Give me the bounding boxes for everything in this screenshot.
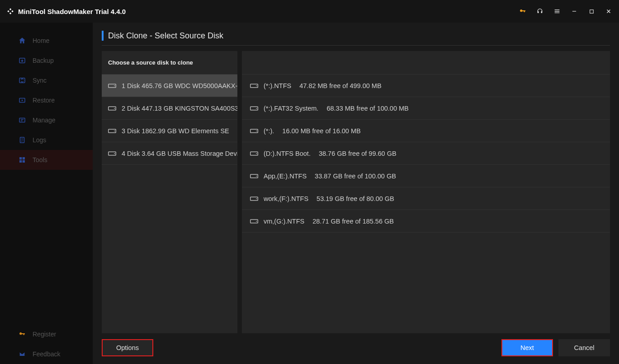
svg-point-29: [256, 176, 257, 177]
svg-rect-1: [590, 9, 593, 13]
partition-list: (*:).NTFS 47.82 MB free of 499.00 MB (*:…: [242, 75, 610, 333]
partition-label: (*:).: [264, 127, 274, 135]
partition-panel-header: [242, 51, 610, 75]
drive-icon: [250, 83, 258, 89]
partition-row: vm,(G:).NTFS 28.71 GB free of 185.56 GB: [242, 210, 610, 233]
sidebar-item-manage[interactable]: Manage: [0, 110, 93, 130]
svg-rect-0: [572, 11, 576, 11]
menu-icon[interactable]: [549, 4, 565, 19]
cancel-button[interactable]: Cancel: [558, 339, 610, 356]
sidebar-spacer: [0, 170, 93, 324]
sync-icon: [18, 76, 26, 84]
partition-row: (*:). 16.00 MB free of 16.00 MB: [242, 120, 610, 142]
disk-row[interactable]: 2 Disk 447.13 GB KINGSTON SA400S37: [102, 97, 237, 120]
partition-row: App,(E:).NTFS 33.87 GB free of 100.00 GB: [242, 165, 610, 187]
close-icon[interactable]: [601, 4, 616, 19]
options-button[interactable]: Options: [102, 339, 153, 356]
partition-free: 47.82 MB free of 499.00 MB: [299, 82, 381, 89]
partition-label: App,(E:).NTFS: [264, 173, 307, 180]
sidebar-item-label: Tools: [33, 156, 47, 163]
drive-icon: [108, 83, 116, 89]
key-icon[interactable]: [515, 4, 530, 19]
titlebar: MiniTool ShadowMaker Trial 4.4.0: [0, 0, 619, 23]
page-header: Disk Clone - Select Source Disk: [102, 31, 610, 46]
sidebar-item-register[interactable]: Register: [0, 324, 93, 344]
titlebar-right: [515, 4, 616, 19]
partition-row: (D:).NTFS Boot. 38.76 GB free of 99.60 G…: [242, 142, 610, 165]
drive-icon: [250, 173, 258, 179]
minimize-icon[interactable]: [567, 4, 582, 19]
sidebar-item-label: Backup: [33, 57, 54, 64]
partition-free: 68.33 MB free of 100.00 MB: [326, 105, 408, 112]
sidebar-item-label: Home: [33, 37, 49, 44]
manage-icon: [18, 116, 26, 124]
partition-row: (*:).FAT32 System. 68.33 MB free of 100.…: [242, 97, 610, 120]
next-button[interactable]: Next: [501, 339, 553, 356]
body: Home Backup Sync Restore Manage Logs: [0, 23, 619, 364]
app-logo-icon: [6, 7, 14, 15]
sidebar-item-label: Manage: [33, 117, 56, 124]
sidebar-item-backup[interactable]: Backup: [0, 51, 93, 70]
partition-row: work,(F:).NTFS 53.19 GB free of 80.00 GB: [242, 187, 610, 210]
source-disk-panel: Choose a source disk to clone 1 Disk 465…: [102, 51, 237, 333]
maximize-icon[interactable]: [584, 4, 599, 19]
logs-icon: [18, 136, 26, 144]
sidebar-item-home[interactable]: Home: [0, 31, 93, 51]
partition-panel: (*:).NTFS 47.82 MB free of 499.00 MB (*:…: [242, 51, 610, 333]
sidebar-item-label: Restore: [33, 97, 55, 104]
partition-label: work,(F:).NTFS: [264, 195, 308, 202]
partition-free: 33.87 GB free of 100.00 GB: [315, 173, 396, 180]
panels: Choose a source disk to clone 1 Disk 465…: [102, 51, 610, 333]
svg-rect-9: [23, 157, 25, 159]
svg-point-13: [114, 85, 115, 86]
disk-list: 1 Disk 465.76 GB WDC WD5000AAKX- 2 Disk …: [102, 75, 237, 333]
partition-label: (D:).NTFS Boot.: [264, 150, 311, 157]
sidebar-item-label: Logs: [33, 136, 46, 144]
headset-icon[interactable]: [532, 4, 548, 19]
svg-point-21: [256, 85, 257, 86]
footer: Options Next Cancel: [102, 333, 610, 358]
disk-label: 1 Disk 465.76 GB WDC WD5000AAKX-: [122, 82, 237, 89]
sidebar-item-tools[interactable]: Tools: [0, 150, 93, 170]
partition-label: (*:).NTFS: [264, 82, 291, 89]
footer-left: Options: [102, 339, 153, 356]
source-disk-panel-header: Choose a source disk to clone: [102, 51, 237, 75]
sidebar: Home Backup Sync Restore Manage Logs: [0, 23, 93, 364]
titlebar-left: MiniTool ShadowMaker Trial 4.4.0: [6, 7, 126, 15]
main-area: Disk Clone - Select Source Disk Choose a…: [93, 23, 619, 364]
disk-row[interactable]: 4 Disk 3.64 GB USB Mass Storage Device: [102, 142, 237, 165]
drive-icon: [250, 151, 258, 156]
app-window: MiniTool ShadowMaker Trial 4.4.0: [0, 0, 619, 364]
disk-label: 2 Disk 447.13 GB KINGSTON SA400S37: [122, 105, 237, 112]
drive-icon: [250, 196, 258, 201]
disk-row[interactable]: 1 Disk 465.76 GB WDC WD5000AAKX-: [102, 75, 237, 97]
svg-rect-10: [19, 160, 22, 163]
disk-label: 4 Disk 3.64 GB USB Mass Storage Device: [122, 150, 237, 157]
sidebar-item-sync[interactable]: Sync: [0, 70, 93, 90]
drive-icon: [108, 151, 116, 156]
register-icon: [18, 331, 26, 338]
disk-row[interactable]: 3 Disk 1862.99 GB WD Elements SE: [102, 120, 237, 142]
tools-icon: [18, 156, 26, 164]
drive-icon: [250, 128, 258, 134]
svg-point-31: [256, 198, 257, 199]
drive-icon: [108, 106, 116, 111]
svg-point-19: [114, 153, 115, 154]
partition-label: vm,(G:).NTFS: [264, 218, 304, 225]
svg-point-15: [114, 108, 115, 109]
svg-point-23: [256, 108, 257, 109]
sidebar-item-restore[interactable]: Restore: [0, 90, 93, 110]
partition-row: (*:).NTFS 47.82 MB free of 499.00 MB: [242, 75, 610, 97]
restore-icon: [18, 96, 26, 104]
backup-icon: [18, 56, 26, 65]
partition-free: 28.71 GB free of 185.56 GB: [312, 218, 394, 225]
sidebar-item-feedback[interactable]: Feedback: [0, 344, 93, 364]
svg-point-27: [256, 153, 257, 154]
svg-point-33: [256, 221, 257, 222]
sidebar-item-logs[interactable]: Logs: [0, 130, 93, 150]
drive-icon: [108, 128, 116, 134]
svg-rect-6: [19, 118, 25, 122]
footer-right: Next Cancel: [501, 339, 610, 356]
drive-icon: [250, 219, 258, 224]
page-title: Disk Clone - Select Source Disk: [108, 31, 223, 41]
